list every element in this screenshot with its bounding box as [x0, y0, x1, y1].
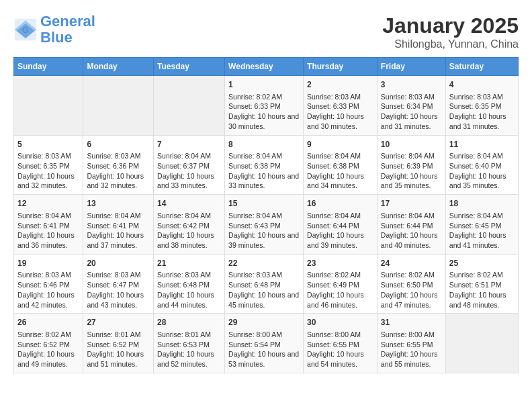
cell-info: Sunrise: 8:04 AM	[87, 211, 150, 221]
cell-info: Sunset: 6:41 PM	[17, 221, 79, 231]
cell-3-2: 21Sunrise: 8:03 AMSunset: 6:48 PMDayligh…	[154, 254, 225, 314]
day-num-22: 22	[228, 258, 300, 269]
day-num-20: 20	[87, 258, 150, 269]
cell-2-1: 13Sunrise: 8:04 AMSunset: 6:41 PMDayligh…	[83, 195, 154, 255]
cell-info: Daylight: 10 hours and 30 minutes.	[307, 111, 373, 131]
cell-info: Daylight: 10 hours and 38 minutes.	[157, 230, 221, 250]
cell-info: Sunrise: 8:04 AM	[228, 211, 300, 221]
cell-info: Sunset: 6:41 PM	[87, 221, 150, 231]
cell-info: Daylight: 10 hours and 46 minutes.	[307, 290, 373, 310]
cell-info: Sunset: 6:35 PM	[17, 161, 79, 171]
cell-info: Sunrise: 8:02 AM	[449, 270, 515, 280]
cell-4-3: 29Sunrise: 8:00 AMSunset: 6:54 PMDayligh…	[225, 314, 304, 373]
cell-info: Sunrise: 8:04 AM	[17, 211, 79, 221]
day-num-23: 23	[307, 258, 373, 269]
cell-info: Sunset: 6:34 PM	[381, 101, 442, 111]
cell-info: Sunset: 6:35 PM	[449, 101, 515, 111]
cell-info: Daylight: 10 hours and 32 minutes.	[17, 171, 79, 191]
day-num-29: 29	[228, 317, 300, 328]
cell-info: Sunrise: 8:04 AM	[449, 151, 515, 161]
cell-1-5: 10Sunrise: 8:04 AMSunset: 6:39 PMDayligh…	[377, 135, 445, 195]
day-num-30: 30	[307, 317, 373, 328]
cell-info: Sunset: 6:47 PM	[87, 280, 150, 290]
cell-0-4: 2Sunrise: 8:03 AMSunset: 6:33 PMDaylight…	[304, 76, 378, 136]
cell-4-4: 30Sunrise: 8:00 AMSunset: 6:55 PMDayligh…	[304, 314, 378, 373]
cell-info: Sunset: 6:54 PM	[228, 340, 300, 350]
cell-info: Sunrise: 8:03 AM	[87, 151, 150, 161]
day-num-14: 14	[157, 198, 221, 210]
cell-2-3: 15Sunrise: 8:04 AMSunset: 6:43 PMDayligh…	[225, 195, 304, 255]
cell-info: Sunset: 6:44 PM	[381, 221, 442, 231]
day-num-2: 2	[307, 79, 373, 91]
cell-3-4: 23Sunrise: 8:02 AMSunset: 6:49 PMDayligh…	[304, 254, 378, 314]
header-tuesday: Tuesday	[154, 58, 225, 76]
cell-info: Daylight: 10 hours and 49 minutes.	[17, 349, 79, 369]
cell-info: Daylight: 10 hours and 51 minutes.	[87, 349, 150, 369]
cell-info: Sunset: 6:50 PM	[381, 280, 442, 290]
cell-3-0: 19Sunrise: 8:03 AMSunset: 6:46 PMDayligh…	[14, 254, 83, 314]
cell-4-6	[445, 314, 518, 373]
cell-info: Sunrise: 8:00 AM	[307, 330, 373, 340]
cell-info: Sunrise: 8:01 AM	[157, 330, 221, 340]
cell-info: Sunrise: 8:04 AM	[157, 151, 221, 161]
day-num-8: 8	[228, 139, 300, 150]
cell-1-4: 9Sunrise: 8:04 AMSunset: 6:38 PMDaylight…	[304, 135, 378, 195]
calendar-title: January 2025	[382, 13, 519, 38]
cell-info: Sunset: 6:42 PM	[157, 221, 221, 231]
day-num-6: 6	[87, 139, 150, 150]
cell-2-6: 18Sunrise: 8:04 AMSunset: 6:45 PMDayligh…	[445, 195, 518, 255]
week-row-5: 26Sunrise: 8:02 AMSunset: 6:52 PMDayligh…	[14, 314, 519, 373]
cell-4-5: 31Sunrise: 8:00 AMSunset: 6:55 PMDayligh…	[377, 314, 445, 373]
cell-info: Daylight: 10 hours and 39 minutes.	[307, 230, 373, 250]
cell-info: Daylight: 10 hours and 42 minutes.	[17, 290, 79, 310]
day-num-7: 7	[157, 139, 221, 150]
day-num-13: 13	[87, 198, 150, 210]
cell-info: Daylight: 10 hours and 48 minutes.	[449, 290, 515, 310]
logo-icon: G	[13, 17, 38, 42]
cell-info: Sunset: 6:43 PM	[228, 221, 300, 231]
cell-info: Sunset: 6:46 PM	[17, 280, 79, 290]
header-monday: Monday	[83, 58, 154, 76]
header-saturday: Saturday	[445, 58, 518, 76]
day-num-28: 28	[157, 317, 221, 328]
week-row-3: 12Sunrise: 8:04 AMSunset: 6:41 PMDayligh…	[14, 195, 519, 255]
cell-info: Sunrise: 8:02 AM	[307, 270, 373, 280]
cell-info: Sunset: 6:55 PM	[381, 340, 442, 350]
header-wednesday: Wednesday	[225, 58, 304, 76]
day-num-27: 27	[87, 317, 150, 328]
cell-info: Daylight: 10 hours and 39 minutes.	[228, 230, 300, 250]
day-num-21: 21	[157, 258, 221, 269]
cell-info: Daylight: 10 hours and 34 minutes.	[307, 171, 373, 191]
cell-info: Sunrise: 8:02 AM	[228, 92, 300, 102]
cell-info: Sunset: 6:52 PM	[17, 340, 79, 350]
cell-info: Daylight: 10 hours and 44 minutes.	[157, 290, 221, 310]
day-num-31: 31	[381, 317, 442, 328]
header-sunday: Sunday	[14, 58, 83, 76]
page-header: G General Blue January 2025 Shilongba, Y…	[13, 13, 519, 50]
cell-3-3: 22Sunrise: 8:03 AMSunset: 6:48 PMDayligh…	[225, 254, 304, 314]
day-num-5: 5	[17, 139, 79, 150]
cell-4-2: 28Sunrise: 8:01 AMSunset: 6:53 PMDayligh…	[154, 314, 225, 373]
day-num-3: 3	[381, 79, 442, 91]
cell-info: Sunrise: 8:04 AM	[228, 151, 300, 161]
cell-info: Daylight: 10 hours and 33 minutes.	[157, 171, 221, 191]
cell-info: Sunrise: 8:04 AM	[307, 211, 373, 221]
cell-info: Daylight: 10 hours and 52 minutes.	[157, 349, 221, 369]
logo-text: General Blue	[40, 13, 95, 46]
cell-1-2: 7Sunrise: 8:04 AMSunset: 6:37 PMDaylight…	[154, 135, 225, 195]
cell-info: Daylight: 10 hours and 43 minutes.	[87, 290, 150, 310]
cell-info: Sunrise: 8:00 AM	[381, 330, 442, 340]
cell-info: Sunset: 6:44 PM	[307, 221, 373, 231]
cell-info: Sunset: 6:48 PM	[228, 280, 300, 290]
cell-info: Daylight: 10 hours and 47 minutes.	[381, 290, 442, 310]
cell-info: Sunrise: 8:03 AM	[307, 92, 373, 102]
day-num-17: 17	[381, 198, 442, 210]
cell-info: Daylight: 10 hours and 53 minutes.	[228, 349, 300, 369]
cell-1-0: 5Sunrise: 8:03 AMSunset: 6:35 PMDaylight…	[14, 135, 83, 195]
cell-info: Daylight: 10 hours and 31 minutes.	[381, 111, 442, 131]
cell-info: Sunset: 6:55 PM	[307, 340, 373, 350]
cell-info: Sunrise: 8:01 AM	[87, 330, 150, 340]
cell-2-5: 17Sunrise: 8:04 AMSunset: 6:44 PMDayligh…	[377, 195, 445, 255]
cell-info: Sunrise: 8:03 AM	[17, 151, 79, 161]
cell-info: Sunrise: 8:04 AM	[381, 211, 442, 221]
